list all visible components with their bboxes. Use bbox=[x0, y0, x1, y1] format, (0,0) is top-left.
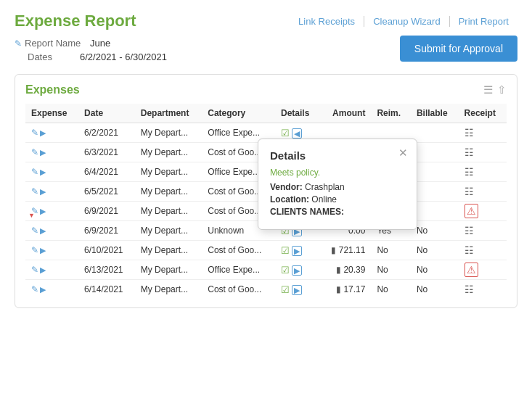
receipt-warning-icon[interactable]: ⚠ bbox=[465, 263, 478, 277]
date-cell: 6/2/2021 bbox=[78, 123, 135, 143]
receipt-icon[interactable]: ☷ bbox=[465, 127, 474, 139]
billable-cell: No bbox=[411, 241, 459, 260]
cat-cell: Cost of Goo... bbox=[202, 280, 275, 299]
details-arrow[interactable]: ▶ bbox=[292, 265, 302, 276]
popup-policy: Meets policy. bbox=[270, 168, 405, 178]
billable-cell bbox=[411, 162, 459, 182]
receipt-icon[interactable]: ☷ bbox=[465, 166, 474, 178]
print-report-link[interactable]: Print Report bbox=[450, 16, 517, 27]
details-arrow[interactable]: ▶ bbox=[292, 285, 302, 295]
edit-icon[interactable]: ✎ bbox=[31, 128, 38, 138]
expand-icon[interactable]: ▶ bbox=[40, 226, 46, 236]
expand-icon[interactable]: ▶ bbox=[40, 187, 46, 197]
cc-icon: ▮ bbox=[336, 265, 341, 275]
col-expense: Expense bbox=[25, 104, 78, 123]
receipt-icon[interactable]: ☷ bbox=[465, 225, 474, 236]
cc-icon: ▮ bbox=[336, 284, 341, 294]
table-row: ✎▶ 6/13/2021 My Depart... Office Expe...… bbox=[25, 260, 507, 280]
expand-icon[interactable]: ▶ bbox=[40, 265, 46, 275]
amount-cell: ▮ 20.39 bbox=[320, 260, 372, 280]
billable-cell bbox=[411, 143, 459, 162]
date-cell: 6/3/2021 bbox=[78, 143, 135, 162]
date-cell: 6/5/2021 bbox=[78, 182, 135, 202]
expand-icon[interactable]: ▶ bbox=[40, 246, 46, 255]
reim-cell: No bbox=[371, 241, 410, 260]
billable-cell: No bbox=[411, 280, 459, 299]
expenses-title: Expenses bbox=[25, 83, 507, 96]
date-cell: 6/13/2021 bbox=[78, 260, 135, 280]
expand-icon[interactable]: ▶ bbox=[40, 285, 46, 294]
edit-icon[interactable]: ✎ bbox=[31, 245, 38, 255]
check-icon: ☑ bbox=[281, 128, 290, 139]
report-edit-icon[interactable]: ✎ bbox=[15, 38, 22, 49]
billable-cell: No bbox=[411, 221, 459, 241]
popup-title: Details bbox=[270, 149, 405, 162]
col-category: Category bbox=[202, 104, 275, 123]
col-reim: Reim. bbox=[371, 104, 410, 123]
edit-icon[interactable]: ✎ bbox=[31, 265, 38, 275]
dates-value: 6/2/2021 - 6/30/2021 bbox=[80, 51, 167, 62]
submit-approval-button[interactable]: Submit for Approval bbox=[400, 36, 517, 62]
receipt-icon[interactable]: ☷ bbox=[465, 284, 474, 295]
date-cell: 6/4/2021 bbox=[78, 162, 135, 182]
expand-icon[interactable]: ▶ bbox=[40, 148, 46, 157]
col-amount: Amount bbox=[320, 104, 372, 123]
popup-close-button[interactable]: ✕ bbox=[398, 146, 408, 160]
dept-cell: My Depart... bbox=[135, 280, 202, 299]
col-receipt: Receipt bbox=[459, 104, 507, 123]
details-popup: Details ✕ Meets policy. Vendor: Crashpla… bbox=[258, 139, 417, 230]
edit-icon[interactable]: ✎ bbox=[31, 167, 38, 177]
edit-icon[interactable]: ✎ bbox=[31, 226, 38, 236]
receipt-warning-icon[interactable]: ⚠ bbox=[465, 204, 478, 218]
popup-location: Location: Online bbox=[270, 194, 405, 204]
dept-cell: My Depart... bbox=[135, 221, 202, 241]
dates-label: Dates bbox=[15, 51, 80, 62]
billable-cell: No bbox=[411, 260, 459, 280]
dept-cell: My Depart... bbox=[135, 182, 202, 202]
edit-icon[interactable]: ✎ bbox=[31, 147, 38, 157]
cleanup-wizard-link[interactable]: Cleanup Wizard bbox=[364, 16, 450, 27]
link-receipts-link[interactable]: Link Receipts bbox=[290, 16, 364, 27]
popup-vendor-label: Vendor: bbox=[270, 182, 303, 192]
date-cell: 6/9/2021 bbox=[78, 221, 135, 241]
amount-cell: ▮ 721.11 bbox=[320, 241, 372, 260]
billable-cell bbox=[411, 182, 459, 202]
date-cell: 6/14/2021 bbox=[78, 280, 135, 299]
edit-icon[interactable]: ✎ bbox=[31, 284, 38, 294]
expand-icon[interactable]: ▶ bbox=[40, 207, 46, 216]
table-row: ✎▶ 6/14/2021 My Depart... Cost of Goo...… bbox=[25, 280, 507, 299]
details-arrow[interactable]: ◀ bbox=[292, 128, 302, 139]
receipt-icon[interactable]: ☷ bbox=[465, 186, 474, 197]
expand-icon[interactable]: ▶ bbox=[40, 128, 46, 138]
col-billable: Billable bbox=[411, 104, 459, 123]
receipt-icon[interactable]: ☷ bbox=[465, 244, 474, 256]
popup-clients-label: CLIENTS NAMES: bbox=[270, 207, 344, 217]
popup-clients: CLIENTS NAMES: bbox=[270, 207, 405, 217]
date-cell: 6/10/2021 bbox=[78, 241, 135, 260]
report-name-label: Report Name bbox=[25, 38, 90, 49]
reim-cell: No bbox=[371, 280, 410, 299]
details-arrow[interactable]: ▶ bbox=[292, 246, 302, 256]
list-icon[interactable]: ☰ bbox=[483, 83, 493, 96]
dept-cell: My Depart... bbox=[135, 162, 202, 182]
col-department: Department bbox=[135, 104, 202, 123]
sort-icon[interactable]: ⇧ bbox=[497, 83, 507, 96]
page-title: Expense Report bbox=[15, 12, 167, 30]
popup-location-value: Online bbox=[311, 194, 337, 204]
dept-cell: My Depart... bbox=[135, 260, 202, 280]
receipt-icon[interactable]: ☷ bbox=[465, 146, 474, 158]
dept-cell: My Depart... bbox=[135, 143, 202, 162]
popup-vendor-value: Crashplan bbox=[305, 182, 345, 192]
table-row: ✎▶ 6/10/2021 My Depart... Cost of Goo...… bbox=[25, 241, 507, 260]
cat-cell: Cost of Goo... bbox=[202, 241, 275, 260]
popup-location-label: Location: bbox=[270, 194, 309, 204]
check-icon: ☑ bbox=[281, 265, 290, 276]
edit-icon[interactable]: ✎ bbox=[31, 186, 38, 197]
popup-container: Details ✕ Meets policy. Vendor: Crashpla… bbox=[258, 139, 417, 230]
expenses-card: Expenses ☰ ⇧ Expense Date Department Cat… bbox=[15, 74, 517, 308]
expand-icon[interactable]: ▶ bbox=[40, 168, 46, 177]
popup-vendor: Vendor: Crashplan bbox=[270, 182, 405, 192]
dept-cell: My Depart... bbox=[135, 202, 202, 221]
cc-icon: ▮ bbox=[331, 245, 336, 255]
dept-cell: My Depart... bbox=[135, 241, 202, 260]
